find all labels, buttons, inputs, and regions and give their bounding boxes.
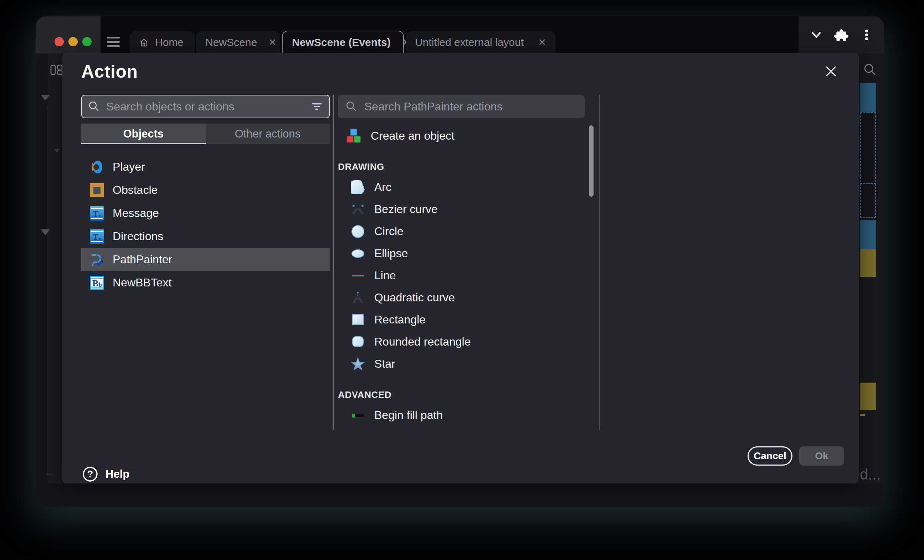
actions-scrollbar-thumb[interactable] xyxy=(589,126,594,197)
section-header-drawing: DRAWING xyxy=(338,147,584,176)
text-object-icon: Tx xyxy=(90,229,104,244)
begin-fill-path-icon xyxy=(351,408,365,422)
action-row-begin-fill-path[interactable]: Begin fill path xyxy=(338,404,584,426)
action-row-star[interactable]: Star xyxy=(338,353,584,375)
quadratic-curve-icon xyxy=(351,290,365,305)
ellipse-shape-icon xyxy=(351,246,365,261)
actions-search-input[interactable] xyxy=(364,100,578,114)
action-label: Begin fill path xyxy=(374,409,443,422)
object-row-newbbtext[interactable]: Bb NewBBText xyxy=(81,271,330,294)
dialog-title: Action xyxy=(81,61,138,82)
object-type-tabs: Objects Other actions xyxy=(81,124,330,144)
action-row-circle[interactable]: Circle xyxy=(338,220,584,242)
object-label: Player xyxy=(112,160,145,174)
collapse-arrow-icon[interactable] xyxy=(54,149,60,153)
action-row-clipped[interactable] xyxy=(338,426,584,430)
tab-home[interactable]: Home xyxy=(130,31,195,54)
action-label: Ellipse xyxy=(374,247,408,260)
hamburger-menu-icon[interactable] xyxy=(107,37,120,47)
create-object-cubes-icon xyxy=(346,128,362,144)
event-selection-divider xyxy=(860,183,876,184)
desktop-background: Home NewScene ✕ NewScene (Events) ✕ Unti… xyxy=(0,0,924,560)
action-label: Rounded rectangle xyxy=(374,335,471,348)
action-row-arc[interactable]: Arc xyxy=(338,176,584,198)
action-label: Rectangle xyxy=(374,313,426,326)
action-row-bezier-curve[interactable]: Bezier curve xyxy=(338,198,584,220)
objects-search-box xyxy=(81,95,330,118)
section-header-advanced: ADVANCED xyxy=(338,375,584,404)
player-sprite-icon xyxy=(90,160,104,174)
event-block-teal xyxy=(860,220,876,249)
text-object-icon: Tx xyxy=(90,206,104,220)
action-label: Arc xyxy=(374,181,392,194)
circle-shape-icon xyxy=(351,224,365,238)
help-button[interactable]: ? Help xyxy=(82,466,129,482)
objects-list: Player Obstacle Tx Message Tx xyxy=(81,155,330,294)
search-icon xyxy=(345,100,357,112)
panels-layout-icon[interactable] xyxy=(50,64,63,75)
action-row-create-object[interactable]: Create an object xyxy=(338,125,584,147)
rectangle-shape-icon xyxy=(351,312,365,327)
object-label: NewBBText xyxy=(112,276,171,289)
background-search-icon[interactable] xyxy=(862,63,877,77)
arc-shape-icon xyxy=(351,180,365,194)
app-window: Home NewScene ✕ NewScene (Events) ✕ Unti… xyxy=(36,16,884,506)
search-icon xyxy=(88,100,100,112)
tab-label: Other actions xyxy=(235,127,300,140)
minimize-window-button[interactable] xyxy=(69,37,78,46)
object-row-pathpainter-selected[interactable]: PathPainter xyxy=(81,248,330,271)
action-label: Quadratic curve xyxy=(374,291,455,304)
zoom-window-button[interactable] xyxy=(82,37,92,46)
svg-text:x: x xyxy=(98,213,101,219)
object-label: Message xyxy=(112,207,159,220)
tab-other-actions[interactable]: Other actions xyxy=(206,124,330,144)
action-label: Bezier curve xyxy=(374,203,438,216)
action-row-ellipse[interactable]: Ellipse xyxy=(338,242,584,264)
action-label: Circle xyxy=(374,225,404,238)
tab-untitled-external-layout[interactable]: Untitled external layout ✕ xyxy=(406,31,555,54)
event-tree-line-tick xyxy=(47,475,54,475)
close-tab-icon[interactable]: ✕ xyxy=(533,38,546,47)
object-label: PathPainter xyxy=(112,253,172,266)
action-row-line[interactable]: Line xyxy=(338,264,584,286)
kebab-menu-icon[interactable] xyxy=(860,28,874,42)
object-row-directions[interactable]: Tx Directions xyxy=(81,225,330,248)
object-row-obstacle[interactable]: Obstacle xyxy=(81,178,330,202)
chevron-down-icon[interactable] xyxy=(809,28,824,42)
path-painter-icon xyxy=(90,253,104,267)
close-dialog-button[interactable] xyxy=(822,62,840,81)
action-row-rectangle[interactable]: Rectangle xyxy=(338,308,584,331)
action-row-rounded-rectangle[interactable]: Rounded rectangle xyxy=(338,331,584,353)
close-tab-icon[interactable]: ✕ xyxy=(264,38,277,47)
object-row-message[interactable]: Tx Message xyxy=(81,202,330,225)
actions-search-box xyxy=(338,95,585,118)
tab-label: Untitled external layout xyxy=(415,36,524,48)
action-label: Star xyxy=(374,357,395,370)
object-label: Directions xyxy=(112,230,163,243)
star-shape-icon xyxy=(351,356,365,371)
tab-newscene-events[interactable]: NewScene (Events) ✕ xyxy=(282,31,404,54)
close-window-button[interactable] xyxy=(54,37,64,46)
object-row-player[interactable]: Player xyxy=(81,155,330,178)
action-label: Line xyxy=(374,269,396,282)
bezier-curve-icon xyxy=(351,202,365,216)
action-label: Create an object xyxy=(371,129,454,142)
action-row-quadratic-curve[interactable]: Quadratic curve xyxy=(338,286,584,308)
obstacle-sprite-icon xyxy=(90,183,104,198)
extensions-puzzle-icon[interactable] xyxy=(834,27,849,42)
action-dialog: Action Objects Other actions xyxy=(62,53,859,484)
tab-objects[interactable]: Objects xyxy=(81,124,206,144)
collapse-arrow-icon[interactable] xyxy=(40,95,50,100)
collapse-arrow-icon[interactable] xyxy=(40,229,50,235)
actions-list: Create an object DRAWING Arc Bezier curv… xyxy=(338,125,584,430)
tab-label: Objects xyxy=(123,127,164,140)
objects-search-input[interactable] xyxy=(105,100,306,114)
event-tree-line xyxy=(47,107,47,475)
filter-icon[interactable] xyxy=(311,101,322,112)
cancel-button[interactable]: Cancel xyxy=(747,446,792,466)
description-divider xyxy=(599,95,600,430)
ok-button-disabled[interactable]: Ok xyxy=(799,446,844,466)
tab-newscene[interactable]: NewScene ✕ xyxy=(196,31,280,54)
event-block-teal xyxy=(860,82,876,112)
event-selection-dashed xyxy=(860,112,876,218)
